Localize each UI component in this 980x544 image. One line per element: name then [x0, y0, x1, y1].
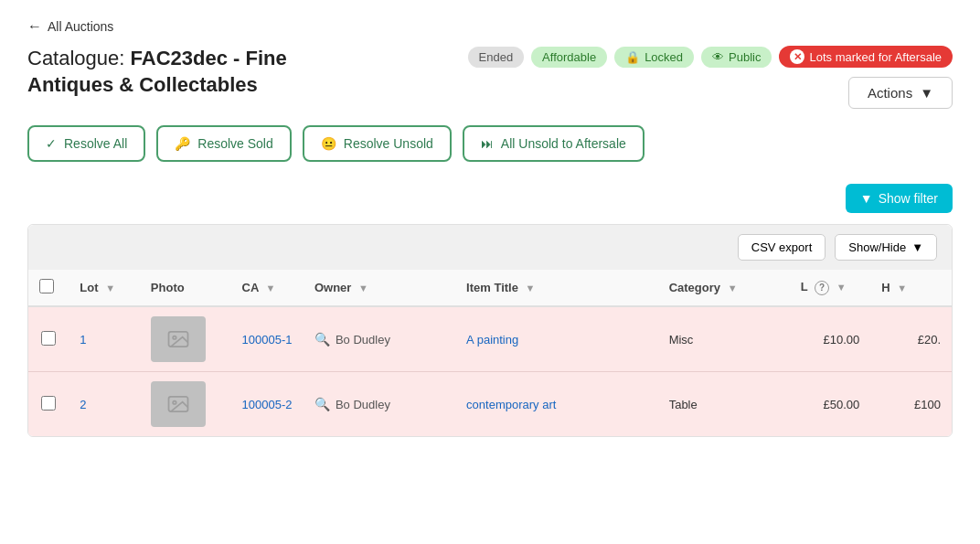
row2-owner-search-icon[interactable]: 🔍: [314, 397, 330, 411]
row1-owner-search-icon[interactable]: 🔍: [314, 332, 330, 347]
show-hide-chevron-icon: ▼: [911, 240, 923, 254]
all-unsold-aftersale-button[interactable]: ⏭ All Unsold to Aftersale: [463, 125, 644, 162]
catalogue-title: Catalogue: FAC23dec - FineAntiques & Col…: [27, 46, 287, 98]
badge-locked: 🔒 Locked: [614, 47, 694, 68]
row2-ca-link[interactable]: 100005-2: [242, 398, 293, 411]
th-l[interactable]: L ? ▼: [790, 270, 871, 306]
row1-checkbox[interactable]: [41, 331, 56, 346]
row1-ca: 100005-1: [231, 306, 304, 372]
row1-ca-link[interactable]: 100005-1: [242, 333, 293, 347]
table-row: 1 100005-1: [28, 306, 952, 372]
header-row: Catalogue: FAC23dec - FineAntiques & Col…: [27, 46, 953, 109]
eye-icon: 👁: [712, 50, 724, 64]
row2-item-title: contemporary art: [455, 372, 658, 437]
show-hide-button[interactable]: Show/Hide ▼: [835, 234, 937, 261]
row1-checkbox-cell: [28, 306, 69, 372]
row2-checkbox-cell: [28, 372, 69, 437]
row1-owner: 🔍 Bo Dudley: [304, 306, 455, 372]
row2-l-price: £50.00: [790, 372, 871, 437]
row2-photo-placeholder: [151, 381, 206, 427]
actions-chevron-icon: ▼: [920, 85, 933, 101]
aftersale-close-icon[interactable]: ✕: [790, 49, 804, 64]
actions-button[interactable]: Actions ▼: [848, 77, 953, 109]
csv-export-button[interactable]: CSV export: [738, 234, 826, 261]
resolve-all-button[interactable]: ✓ Resolve All: [27, 125, 145, 162]
back-link[interactable]: ← All Auctions: [27, 18, 113, 35]
th-lot[interactable]: Lot ▼: [69, 270, 140, 306]
toolbar-row: ▼ Show filter: [27, 184, 953, 213]
row2-ca: 100005-2: [231, 372, 304, 437]
svg-point-1: [173, 336, 176, 340]
badge-affordable: Affordable: [531, 47, 607, 68]
row2-item-title-link[interactable]: contemporary art: [466, 398, 556, 411]
item-title-sort-icon: ▼: [526, 283, 536, 293]
l-sort-icon: ▼: [836, 282, 847, 293]
th-h[interactable]: H ▼: [870, 270, 952, 306]
filter-icon: ▼: [860, 191, 873, 206]
back-link-label: All Auctions: [48, 19, 113, 34]
resolve-sold-button[interactable]: 🔑 Resolve Sold: [156, 125, 292, 162]
aftersale-forward-icon: ⏭: [481, 136, 494, 151]
row1-category: Misc: [658, 306, 790, 372]
ca-sort-icon: ▼: [265, 283, 275, 293]
resolve-all-check-icon: ✓: [46, 136, 57, 151]
badges-row: Ended Affordable 🔒 Locked 👁 Public ✕ Lot…: [468, 46, 953, 68]
lots-table: Lot ▼ Photo CA ▼ Owner ▼ Ite: [28, 270, 952, 436]
badge-aftersale[interactable]: ✕ Lots marked for Aftersale: [779, 46, 953, 68]
lot-sort-icon: ▼: [105, 283, 115, 293]
row1-item-title: A painting: [455, 306, 658, 372]
show-filter-button[interactable]: ▼ Show filter: [846, 184, 953, 213]
row1-lot: 1: [69, 306, 140, 372]
resolve-sold-key-icon: 🔑: [175, 136, 190, 151]
l-help-icon[interactable]: ?: [815, 281, 829, 295]
badge-ended: Ended: [468, 47, 525, 68]
row1-lot-link[interactable]: 1: [80, 333, 86, 347]
row2-h-price: £100: [870, 372, 952, 437]
header-right: Ended Affordable 🔒 Locked 👁 Public ✕ Lot…: [468, 46, 953, 109]
th-owner[interactable]: Owner ▼: [304, 270, 455, 306]
row2-owner: 🔍 Bo Dudley: [304, 372, 455, 437]
row1-owner-cell: 🔍 Bo Dudley: [314, 332, 444, 347]
badge-public: 👁 Public: [701, 47, 772, 68]
category-sort-icon: ▼: [728, 283, 738, 293]
action-buttons-row: ✓ Resolve All 🔑 Resolve Sold 😐 Resolve U…: [27, 125, 953, 162]
select-all-checkbox[interactable]: [39, 279, 54, 293]
owner-sort-icon: ▼: [358, 283, 368, 293]
row1-h-price: £20.: [870, 306, 952, 372]
catalogue-label: Catalogue:: [27, 47, 131, 69]
row1-item-title-link[interactable]: A painting: [466, 333, 518, 347]
resolve-unsold-button[interactable]: 😐 Resolve Unsold: [303, 125, 452, 162]
lock-icon: 🔒: [625, 50, 640, 64]
table-row: 2 100005-2: [28, 372, 952, 437]
table-header-row: Lot ▼ Photo CA ▼ Owner ▼ Ite: [28, 270, 952, 306]
row1-photo-placeholder: [151, 316, 206, 362]
h-sort-icon: ▼: [897, 283, 907, 293]
row2-photo: [140, 372, 231, 437]
back-arrow-icon: ←: [27, 18, 42, 35]
row2-category: Table: [658, 372, 790, 437]
th-photo: Photo: [140, 270, 231, 306]
resolve-unsold-face-icon: 😐: [321, 136, 336, 151]
th-category[interactable]: Category ▼: [658, 270, 790, 306]
row2-lot-link[interactable]: 2: [80, 398, 86, 411]
svg-point-3: [173, 401, 176, 405]
table-controls: CSV export Show/Hide ▼: [28, 225, 952, 270]
row1-l-price: £10.00: [790, 306, 871, 372]
table-wrapper: CSV export Show/Hide ▼ Lot ▼ Photo: [27, 224, 953, 437]
th-checkbox: [28, 270, 69, 306]
th-item-title[interactable]: Item Title ▼: [455, 270, 658, 306]
row2-lot: 2: [69, 372, 140, 437]
row1-photo: [140, 306, 231, 372]
th-ca[interactable]: CA ▼: [231, 270, 304, 306]
row2-checkbox[interactable]: [41, 396, 56, 411]
row2-owner-cell: 🔍 Bo Dudley: [314, 397, 444, 411]
